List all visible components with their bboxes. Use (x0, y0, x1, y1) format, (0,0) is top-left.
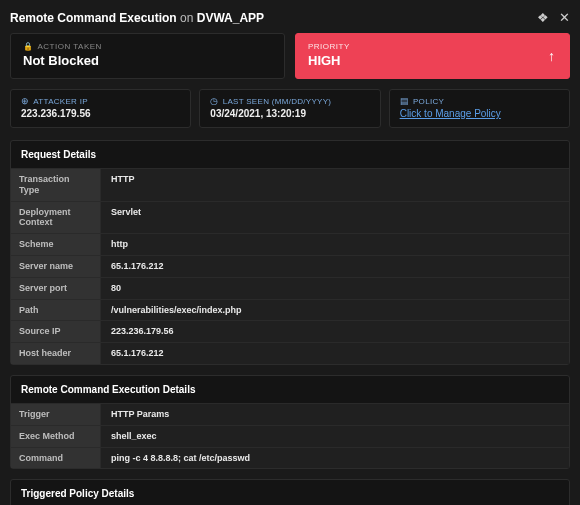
table-row: Server name65.1.176.212 (11, 255, 569, 277)
kv-key: Command (11, 448, 101, 469)
kv-val: HTTP (101, 169, 569, 201)
summary-cards: 🔒 ACTION TAKEN Not Blocked PRIORITY HIGH… (10, 33, 570, 79)
header-bar: Remote Command Execution on DVWA_APP ❖ ✕ (10, 0, 570, 33)
attacker-ip-card: ⊕ ATTACKER IP 223.236.179.56 (10, 89, 191, 128)
last-seen-value: 03/24/2021, 13:20:19 (210, 108, 369, 119)
table-row: Server port80 (11, 277, 569, 299)
kv-val: Servlet (101, 202, 569, 234)
policy-details-section: Triggered Policy Details HTTP Params par… (10, 479, 570, 505)
action-taken-card: 🔒 ACTION TAKEN Not Blocked (10, 33, 285, 79)
page-title: Remote Command Execution on DVWA_APP (10, 11, 264, 25)
kv-val: 65.1.176.212 (101, 343, 569, 364)
priority-card: PRIORITY HIGH ↑ (295, 33, 570, 79)
priority-value: HIGH (308, 53, 557, 68)
request-details-section: Request Details Transaction TypeHTTP Dep… (10, 140, 570, 365)
last-seen-card: ◷ LAST SEEN (MM/DD/YYYY) 03/24/2021, 13:… (199, 89, 380, 128)
attacker-ip-value: 223.236.179.56 (21, 108, 180, 119)
root: Remote Command Execution on DVWA_APP ❖ ✕… (0, 0, 580, 505)
table-row: Transaction TypeHTTP (11, 168, 569, 201)
attacker-ip-label-text: ATTACKER IP (33, 97, 88, 106)
layers-icon[interactable]: ❖ (537, 10, 549, 25)
app-name: DVWA_APP (197, 11, 264, 25)
table-row: Deployment ContextServlet (11, 201, 569, 234)
policy-details-title: Triggered Policy Details (11, 480, 569, 505)
request-details-title: Request Details (11, 141, 569, 168)
kv-key: Host header (11, 343, 101, 364)
attacker-ip-label: ⊕ ATTACKER IP (21, 96, 180, 106)
kv-val: ping -c 4 8.8.8.8; cat /etc/passwd (101, 448, 569, 469)
document-icon: ▤ (400, 96, 409, 106)
globe-icon: ⊕ (21, 96, 29, 106)
kv-val: /vulnerabilities/exec/index.php (101, 300, 569, 321)
table-row: Schemehttp (11, 233, 569, 255)
kv-key: Path (11, 300, 101, 321)
table-row: Path/vulnerabilities/exec/index.php (11, 299, 569, 321)
arrow-up-icon: ↑ (548, 48, 555, 64)
table-row: Source IP223.236.179.56 (11, 320, 569, 342)
lock-icon: 🔒 (23, 42, 34, 51)
policy-label-text: POLICY (413, 97, 444, 106)
kv-val: 223.236.179.56 (101, 321, 569, 342)
manage-policy-link[interactable]: Click to Manage Policy (400, 108, 559, 119)
policy-card: ▤ POLICY Click to Manage Policy (389, 89, 570, 128)
kv-key: Deployment Context (11, 202, 101, 234)
rce-details-title: Remote Command Execution Details (11, 376, 569, 403)
policy-label: ▤ POLICY (400, 96, 559, 106)
kv-val: 65.1.176.212 (101, 256, 569, 277)
last-seen-label: ◷ LAST SEEN (MM/DD/YYYY) (210, 96, 369, 106)
close-icon[interactable]: ✕ (559, 10, 570, 25)
kv-key: Transaction Type (11, 169, 101, 201)
table-row: Host header65.1.176.212 (11, 342, 569, 364)
kv-key: Server port (11, 278, 101, 299)
action-label-text: ACTION TAKEN (38, 42, 102, 51)
kv-key: Trigger (11, 404, 101, 425)
title-prefix: Remote Command Execution (10, 11, 177, 25)
info-cards: ⊕ ATTACKER IP 223.236.179.56 ◷ LAST SEEN… (10, 89, 570, 128)
kv-val: http (101, 234, 569, 255)
header-actions: ❖ ✕ (537, 10, 570, 25)
title-on: on (180, 11, 193, 25)
action-taken-label: 🔒 ACTION TAKEN (23, 42, 272, 51)
table-row: Exec Methodshell_exec (11, 425, 569, 447)
kv-key: Server name (11, 256, 101, 277)
kv-key: Exec Method (11, 426, 101, 447)
kv-key: Scheme (11, 234, 101, 255)
kv-val: 80 (101, 278, 569, 299)
kv-val: shell_exec (101, 426, 569, 447)
clock-icon: ◷ (210, 96, 218, 106)
kv-key: Source IP (11, 321, 101, 342)
table-row: Commandping -c 4 8.8.8.8; cat /etc/passw… (11, 447, 569, 469)
kv-val: HTTP Params (101, 404, 569, 425)
action-taken-value: Not Blocked (23, 53, 272, 68)
table-row: TriggerHTTP Params (11, 403, 569, 425)
priority-label: PRIORITY (308, 42, 557, 51)
last-seen-label-text: LAST SEEN (MM/DD/YYYY) (223, 97, 332, 106)
rce-details-section: Remote Command Execution Details Trigger… (10, 375, 570, 469)
